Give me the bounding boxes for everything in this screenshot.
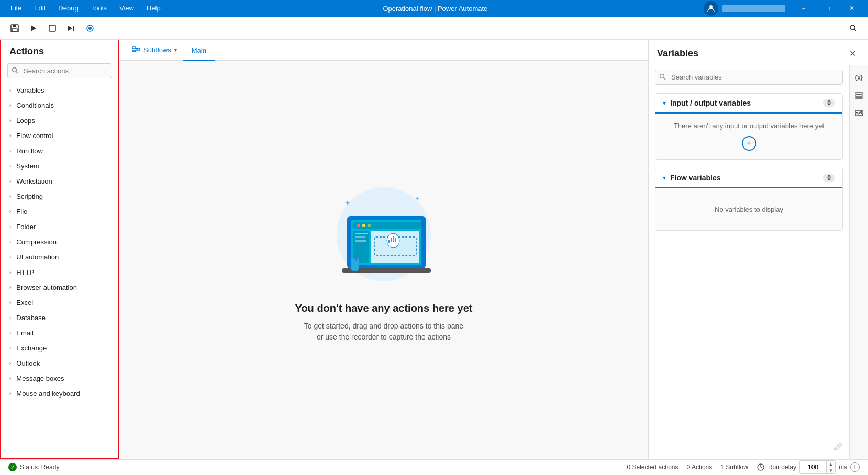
action-item-database[interactable]: ›Database <box>1 310 118 325</box>
tab-main[interactable]: Main <box>183 40 215 61</box>
action-item-ui-automation[interactable]: ›UI automation <box>1 250 118 265</box>
save-button[interactable] <box>6 20 23 37</box>
input-output-variables-body: There aren't any input or output variabl… <box>655 114 842 159</box>
svg-rect-3 <box>12 29 17 31</box>
svg-rect-52 <box>856 97 862 99</box>
run-button[interactable] <box>25 20 42 37</box>
subflows-button[interactable]: Subflows ▾ <box>126 40 183 61</box>
empty-illustration: ✦ ✦ ✦ ✦ ✦ <box>316 177 452 292</box>
layers-icon-button[interactable] <box>851 87 867 103</box>
svg-rect-2 <box>13 25 16 27</box>
svg-rect-50 <box>856 92 862 94</box>
flow-variables-empty-text: No variables to display <box>715 206 783 213</box>
svg-rect-44 <box>353 254 354 259</box>
input-output-variables-header[interactable]: ▾ Input / output variables 0 <box>655 94 842 114</box>
variables-icon-button[interactable]: {x} <box>851 70 867 85</box>
flow-variables-header[interactable]: ▾ Flow variables 0 <box>655 168 842 188</box>
action-item-exchange[interactable]: ›Exchange <box>1 341 118 356</box>
record-button[interactable] <box>82 20 98 37</box>
subflow-count: 1 Subflow <box>720 463 748 471</box>
actions-search-input[interactable] <box>7 63 112 78</box>
stop-button[interactable] <box>44 20 61 37</box>
maximize-button[interactable]: □ <box>816 0 840 17</box>
chevron-right-icon: › <box>9 224 11 230</box>
action-item-loops[interactable]: ›Loops <box>1 113 118 128</box>
action-item-compression[interactable]: ›Compression <box>1 234 118 250</box>
chevron-right-icon: › <box>9 254 11 260</box>
chevron-right-icon: › <box>9 194 11 199</box>
menu-file[interactable]: File <box>4 0 28 17</box>
svg-rect-5 <box>49 25 55 31</box>
action-item-flow-control[interactable]: ›Flow control <box>1 128 118 143</box>
svg-text:✦: ✦ <box>415 196 419 201</box>
action-item-outlook[interactable]: ›Outlook <box>1 356 118 371</box>
svg-line-49 <box>837 444 839 446</box>
svg-rect-15 <box>132 50 136 52</box>
svg-rect-16 <box>137 48 140 50</box>
close-variables-button[interactable]: ✕ <box>845 46 860 61</box>
vars-header-actions: ✕ <box>845 46 860 61</box>
action-item-mouse-keyboard[interactable]: ›Mouse and keyboard <box>1 386 118 401</box>
titlebar: File Edit Debug Tools View Help Operatio… <box>0 0 868 17</box>
input-output-empty-text: There aren't any input or output variabl… <box>674 122 824 130</box>
variables-search-box <box>655 70 843 85</box>
chevron-right-icon: › <box>9 209 11 214</box>
tabs-bar: Subflows ▾ Main <box>119 40 648 61</box>
empty-state-title: You don't have any actions here yet <box>295 302 473 314</box>
action-item-run-flow[interactable]: ›Run flow <box>1 143 118 159</box>
run-delay-input[interactable] <box>800 461 826 473</box>
variables-search-icon <box>659 73 666 82</box>
run-delay-info-icon[interactable]: i <box>850 462 860 472</box>
run-delay-up-button[interactable]: ▲ <box>827 461 835 467</box>
subflows-label: Subflows <box>143 46 171 54</box>
actions-count: 0 Actions <box>687 463 713 471</box>
action-item-conditionals[interactable]: ›Conditionals <box>1 98 118 113</box>
eraser-button[interactable] <box>833 441 843 453</box>
run-delay-down-button[interactable]: ▼ <box>827 467 835 473</box>
subflows-icon <box>132 45 140 55</box>
svg-marker-4 <box>31 25 36 31</box>
empty-state: ✦ ✦ ✦ ✦ ✦ <box>119 61 648 459</box>
next-step-button[interactable] <box>63 20 80 37</box>
action-item-browser-automation[interactable]: ›Browser automation <box>1 280 118 295</box>
action-item-http[interactable]: ›HTTP <box>1 265 118 280</box>
vars-bottom-area <box>649 235 849 459</box>
menu-view[interactable]: View <box>113 0 140 17</box>
svg-rect-34 <box>355 240 366 242</box>
action-item-file[interactable]: ›File <box>1 204 118 219</box>
flow-variables-title: Flow variables <box>670 174 819 182</box>
action-item-email[interactable]: ›Email <box>1 325 118 341</box>
chevron-right-icon: › <box>9 376 11 381</box>
status-ready: ✓ Status: Ready <box>8 463 59 471</box>
action-item-system[interactable]: ›System <box>1 159 118 174</box>
svg-line-13 <box>16 71 18 73</box>
input-output-variables-count: 0 <box>823 99 835 107</box>
image-icon-button[interactable] <box>851 105 867 121</box>
chevron-right-icon: › <box>9 148 11 154</box>
titlebar-menu: File Edit Debug Tools View Help <box>4 0 167 17</box>
input-output-chevron-icon: ▾ <box>663 99 666 107</box>
action-item-message-boxes[interactable]: ›Message boxes <box>1 371 118 386</box>
menu-debug[interactable]: Debug <box>52 0 84 17</box>
menu-tools[interactable]: Tools <box>85 0 113 17</box>
add-input-output-variable-button[interactable]: + <box>742 136 756 151</box>
close-button[interactable]: ✕ <box>840 0 864 17</box>
action-item-variables[interactable]: ›Variables <box>1 83 118 98</box>
action-item-folder[interactable]: ›Folder <box>1 219 118 234</box>
actions-search-box <box>7 63 112 78</box>
window-title: Operational flow | Power Automate <box>167 5 704 13</box>
menu-help[interactable]: Help <box>140 0 167 17</box>
actions-list: ›Variables ›Conditionals ›Loops ›Flow co… <box>1 83 118 458</box>
action-item-excel[interactable]: ›Excel <box>1 295 118 310</box>
svg-point-29 <box>362 224 365 227</box>
chevron-right-icon: › <box>9 330 11 336</box>
action-item-workstation[interactable]: ›Workstation <box>1 174 118 189</box>
variables-search-input[interactable] <box>655 70 843 85</box>
minimize-button[interactable]: − <box>792 0 816 17</box>
clock-icon <box>756 463 765 471</box>
svg-point-0 <box>709 5 713 8</box>
action-item-scripting[interactable]: ›Scripting <box>1 189 118 204</box>
menu-edit[interactable]: Edit <box>28 0 52 17</box>
chevron-right-icon: › <box>9 118 11 123</box>
toolbar-search-button[interactable] <box>845 20 862 37</box>
